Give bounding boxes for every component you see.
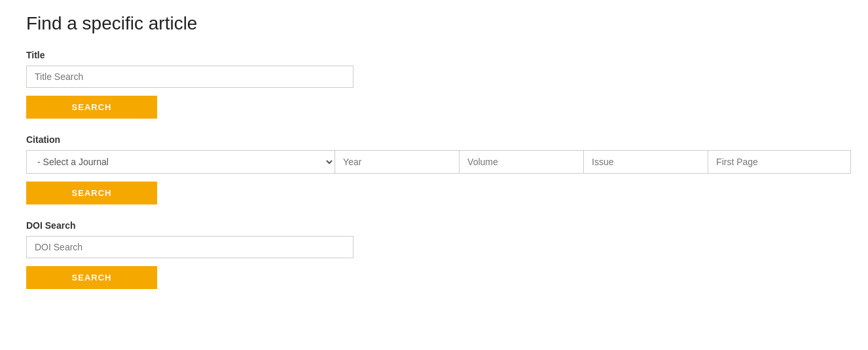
doi-section: DOI Search SEARCH [26,220,842,289]
doi-search-input[interactable] [26,236,353,258]
doi-label: DOI Search [26,220,842,231]
citation-label: Citation [26,134,842,145]
issue-input[interactable] [584,150,708,174]
title-search-input[interactable] [26,66,353,88]
page-title: Find a specific article [26,13,842,34]
citation-search-button[interactable]: SEARCH [26,182,157,204]
title-label: Title [26,50,842,60]
citation-section: Citation - Select a Journal SEARCH [26,134,842,204]
citation-row: - Select a Journal [26,150,851,174]
volume-input[interactable] [460,150,584,174]
doi-search-button[interactable]: SEARCH [26,266,157,289]
year-input[interactable] [335,150,460,174]
first-page-input[interactable] [708,150,851,174]
title-search-button[interactable]: SEARCH [26,96,157,119]
journal-select[interactable]: - Select a Journal [26,150,335,174]
title-section: Title SEARCH [26,50,842,119]
